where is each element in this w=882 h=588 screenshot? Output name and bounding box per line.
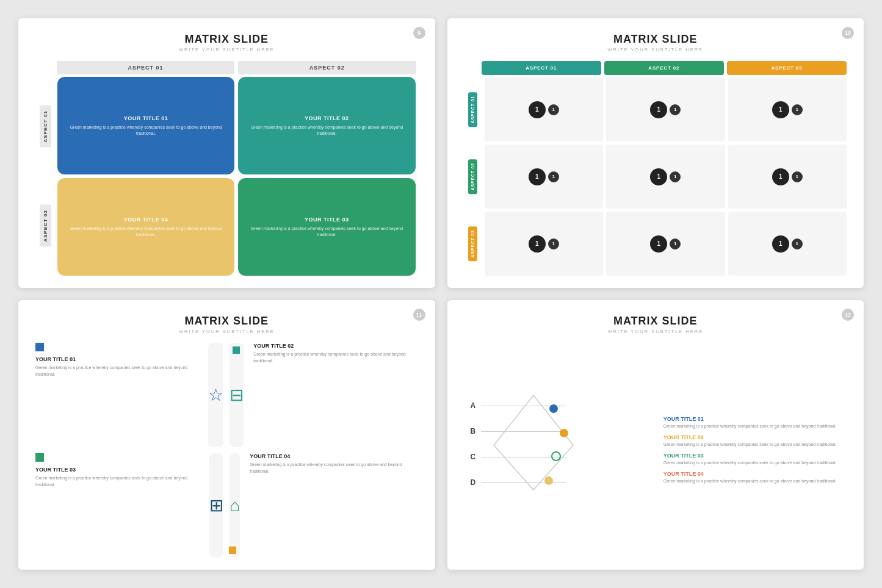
matrix-side-labels: ASPECT 01 ASPECT 02 <box>35 77 55 276</box>
s3-cell-3: YOUR TITLE 03 Green marketing is a pract… <box>35 453 223 558</box>
cell-desc-s3-2: Green marketing is a practice whereby co… <box>253 351 418 364</box>
mt-cell-2-2: 1 1 <box>606 145 725 209</box>
cell-desc-2: Green marketing is a practice whereby co… <box>244 124 409 137</box>
cell-title-3: YOUR TITLE 04 <box>124 217 168 223</box>
cell-desc-1: Green marketing is a practice whereby co… <box>63 124 228 137</box>
accent-square-4 <box>229 547 236 554</box>
mt-header: ASPECT 01 ASPECT 02 ASPECT 03 <box>482 61 847 75</box>
slide-number-3: 11 <box>413 309 425 321</box>
col-header-2: ASPECT 02 <box>238 61 416 74</box>
icon-card-3: ⊞ <box>209 453 223 558</box>
mt-row-3: ASPECT 03 <box>464 212 482 276</box>
dot-big: 1 <box>772 235 789 253</box>
slide-number-1: 9 <box>413 27 425 39</box>
accent-square-3 <box>35 453 44 462</box>
cell-title-s3-2: YOUR TITLE 02 <box>253 343 294 349</box>
slide4-content: A B C D <box>464 343 847 558</box>
icon-card-2: ⊟ <box>230 343 244 447</box>
s4-title-2: YOUR TITLE 02 <box>663 434 847 440</box>
svg-rect-0 <box>35 343 44 351</box>
dot-small: 1 <box>670 238 681 249</box>
dot-big: 1 <box>772 101 789 118</box>
slide-2: 10 MATRIX SLIDE WRITE YOUR SUBTITLE HERE… <box>447 18 864 288</box>
cell-desc-s3-3: Green marketing is a practice whereby co… <box>35 475 204 488</box>
mt-side: ASPECT 01 ASPECT 02 ASPECT 03 <box>464 77 482 276</box>
mt-col-1: ASPECT 01 <box>482 61 601 75</box>
dot-big: 1 <box>529 168 546 185</box>
s4-desc-3: Green marketing is a practice whereby co… <box>663 460 847 466</box>
dot-small: 1 <box>670 171 681 182</box>
s4-desc-4: Green marketing is a practice whereby co… <box>663 478 847 484</box>
s4-item-4: YOUR TITLE 04 Green marketing is a pract… <box>663 471 847 484</box>
star-icon: ☆ <box>208 387 223 404</box>
dot-d <box>544 476 553 485</box>
cell-title-s3-3: YOUR TITLE 03 <box>35 467 204 473</box>
slide-3: 11 MATRIX SLIDE WRITE YOUR SUBTITLE HERE… <box>18 300 435 570</box>
s3-cell-4: ⌂ YOUR TITLE 04 Green marketing is a pra… <box>230 453 418 558</box>
s3-cell-1: YOUR TITLE 01 Green marketing is a pract… <box>35 343 223 447</box>
svg-marker-4 <box>494 395 573 490</box>
mt-cell-1-2: 1 1 <box>606 77 725 142</box>
dot-big: 1 <box>529 235 546 253</box>
home-icon: ⌂ <box>230 497 240 514</box>
cell-desc-4: Green marketing is a practice whereby co… <box>244 226 409 238</box>
mt-body: ASPECT 01 ASPECT 02 ASPECT 03 1 1 1 1 <box>464 77 847 276</box>
mt-cell-3-3: 1 1 <box>728 212 847 276</box>
s3-left-3: YOUR TITLE 03 Green marketing is a pract… <box>35 453 204 558</box>
s4-title-3: YOUR TITLE 03 <box>663 453 847 459</box>
printer-icon: ⊟ <box>230 387 244 404</box>
s3-left-1: YOUR TITLE 01 Green marketing is a pract… <box>35 343 203 447</box>
s3-left-4: YOUR TITLE 04 Green marketing is a pract… <box>250 453 418 558</box>
mt-cell-2-1: 1 1 <box>485 145 604 209</box>
mt-grid: 1 1 1 1 1 1 1 1 1 1 <box>485 77 847 276</box>
row-label-2: ASPECT 02 <box>35 176 55 276</box>
slide-subtitle-4: WRITE YOUR SUBTITLE HERE <box>607 329 703 334</box>
slide-1: 9 MATRIX SLIDE WRITE YOUR SUBTITLE HERE … <box>18 18 435 288</box>
col-header-1: ASPECT 01 <box>57 61 234 74</box>
dot-small: 1 <box>792 171 803 182</box>
label-b: B <box>471 427 477 436</box>
dot-small: 1 <box>548 238 559 249</box>
dot-small: 1 <box>792 104 803 115</box>
svg-rect-2 <box>35 453 44 462</box>
grid-icon: ⊞ <box>209 497 223 514</box>
cell-title-1: YOUR TITLE 01 <box>124 115 168 121</box>
slide-title-4: MATRIX SLIDE <box>613 315 698 328</box>
dot-a <box>549 404 558 413</box>
s4-item-2: YOUR TITLE 02 Green marketing is a pract… <box>663 434 847 448</box>
slide-subtitle-3: WRITE YOUR SUBTITLE HERE <box>179 329 275 334</box>
dot-b <box>560 429 568 437</box>
slide-subtitle-1: WRITE YOUR SUBTITLE HERE <box>179 47 275 52</box>
s4-title-4: YOUR TITLE 04 <box>663 471 847 477</box>
dot-big: 1 <box>772 168 789 185</box>
diamond-svg <box>488 389 579 496</box>
s4-desc-2: Green marketing is a practice whereby co… <box>663 442 847 448</box>
mt-cell-3-2: 1 1 <box>606 212 725 276</box>
matrix-header-row: ASPECT 01 ASPECT 02 <box>55 61 418 74</box>
dot-big: 1 <box>650 168 667 185</box>
dot-big: 1 <box>650 101 667 118</box>
s4-item-3: YOUR TITLE 03 Green marketing is a pract… <box>663 453 847 466</box>
s4-item-1: YOUR TITLE 01 Green marketing is a pract… <box>663 416 847 429</box>
label-c: C <box>471 453 477 461</box>
mt-cell-3-1: 1 1 <box>485 212 604 276</box>
slide-number-2: 10 <box>842 27 854 39</box>
svg-rect-3 <box>229 547 236 554</box>
cell-desc-3: Green marketing is a practice whereby co… <box>63 226 228 238</box>
dot-small: 1 <box>548 104 559 115</box>
mt-row-2: ASPECT 02 <box>464 145 482 209</box>
matrix-2x2: ASPECT 01 ASPECT 02 ASPECT 01 ASPECT 02 … <box>35 61 418 276</box>
mt-col-2: ASPECT 02 <box>604 61 724 75</box>
row-label-1: ASPECT 01 <box>35 77 55 176</box>
s4-right: YOUR TITLE 01 Green marketing is a pract… <box>663 416 847 484</box>
mt-row-1: ASPECT 01 <box>464 77 482 142</box>
slide-subtitle-2: WRITE YOUR SUBTITLE HERE <box>607 47 703 52</box>
cell-1: YOUR TITLE 01 Green marketing is a pract… <box>57 77 234 174</box>
matrix-3x3: ASPECT 01 ASPECT 02 ASPECT 03 ASPECT 01 … <box>464 61 847 276</box>
slide3-grid: YOUR TITLE 01 Green marketing is a pract… <box>35 343 418 558</box>
slide-title-1: MATRIX SLIDE <box>184 33 269 46</box>
matrix-grid: YOUR TITLE 01 Green marketing is a pract… <box>55 77 418 276</box>
cell-desc-s3-4: Green marketing is a practice whereby co… <box>250 462 418 475</box>
diamond-diagram: A B C D <box>471 383 593 517</box>
label-d: D <box>471 478 477 487</box>
